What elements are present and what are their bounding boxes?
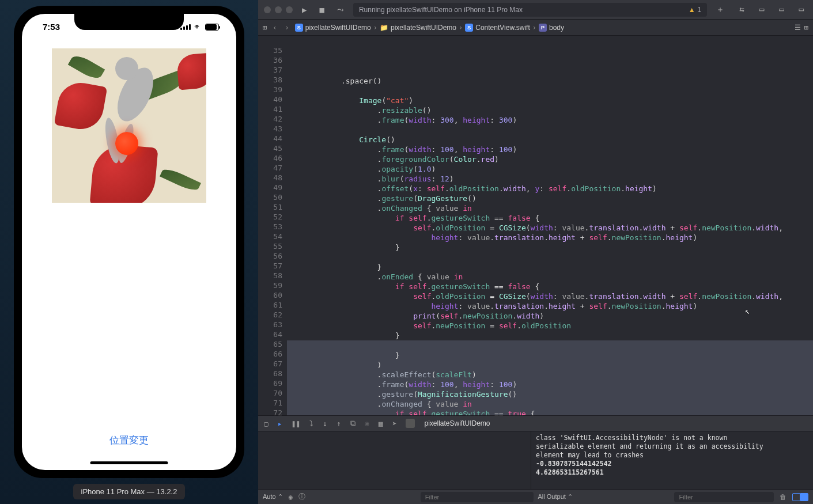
wifi-icon: ᯤ [194, 22, 202, 31]
code-line[interactable]: ) [287, 360, 813, 370]
related-items-icon[interactable]: ⊞ [263, 24, 267, 32]
code-line[interactable]: .scaleEffect(scaleFlt) [287, 370, 813, 380]
code-line[interactable]: .offset(x: self.oldPosition.width, y: se… [287, 184, 813, 194]
app-icon [406, 419, 415, 428]
red-circle[interactable] [115, 132, 138, 155]
swift-file-icon: S [295, 24, 303, 32]
code-line[interactable]: .foregroundColor(Color.red) [287, 154, 813, 164]
code-line[interactable] [287, 66, 813, 76]
code-area[interactable]: ↖ .spacer() Image("cat") .resizable() .f… [287, 36, 813, 415]
code-line[interactable]: .onChanged { value in [287, 399, 813, 409]
swift-file-icon: S [465, 24, 473, 32]
code-line[interactable]: Image("cat") [287, 96, 813, 105]
code-line[interactable]: .onEnded { value in [287, 272, 813, 282]
jumpbar-item[interactable]: SpixellateSwiftUIDemo [295, 24, 371, 32]
debug-view-button[interactable]: ⧉ [350, 419, 356, 428]
xcode-toolbar: ▶ ■ ⤳ Running pixellateSwiftUIDemo on iP… [258, 0, 813, 20]
code-line[interactable] [287, 125, 813, 135]
code-line[interactable] [287, 252, 813, 262]
code-line[interactable] [287, 340, 813, 350]
code-line[interactable]: .onChanged { value in [287, 203, 813, 213]
code-line[interactable]: } [287, 331, 813, 340]
debug-memory-button[interactable]: ⚛ [365, 419, 369, 428]
iphone-notch [74, 14, 184, 30]
right-panel-toggle[interactable]: ▭ [796, 5, 807, 15]
cat-image[interactable] [52, 48, 206, 203]
code-line[interactable]: Circle() [287, 135, 813, 145]
editor-options-button[interactable]: ⇆ [736, 5, 747, 15]
simulator-screen[interactable]: 7:53 ᯤ 位置変更 [22, 14, 236, 470]
console-line: class 'SwiftUI.AccessibilityNode' is not… [536, 434, 808, 442]
back-button[interactable]: ‹ [270, 24, 279, 32]
home-indicator[interactable] [90, 461, 168, 464]
debug-target[interactable]: pixellateSwiftUIDemo [424, 419, 490, 427]
auto-label[interactable]: Auto ⌃ [263, 493, 283, 501]
hide-debug-icon[interactable]: ▢ [264, 419, 269, 428]
vars-filter-input[interactable] [421, 492, 534, 502]
jumpbar-item[interactable]: Pbody [539, 24, 564, 32]
code-line[interactable]: .frame(width: 300, height: 300) [287, 115, 813, 125]
step-in-button[interactable]: ↓ [323, 419, 327, 428]
jumpbar-item[interactable]: 📁pixellateSwiftUIDemo [380, 24, 456, 32]
warning-badge[interactable]: ▲ 1 [689, 6, 702, 14]
bottom-bar: Auto ⌃ ◉ ⓘ All Output ⌃ 🗑 [258, 489, 813, 504]
code-line[interactable]: .resizable() [287, 105, 813, 115]
code-line[interactable]: height: value.translation.height + self.… [287, 233, 813, 242]
code-line[interactable]: .opacity(1.0) [287, 164, 813, 174]
view-icon[interactable]: ◉ [289, 493, 293, 501]
step-out-button[interactable]: ↑ [336, 419, 341, 428]
code-line[interactable]: .blur(radius: 12) [287, 174, 813, 184]
status-time: 7:53 [43, 22, 60, 32]
code-line[interactable]: } [287, 262, 813, 272]
code-line[interactable]: .gesture(MagnificationGesture() [287, 389, 813, 399]
code-line[interactable]: .frame(width: 100, height: 100) [287, 145, 813, 154]
code-line[interactable]: self.oldPosition = CGSize(width: value.t… [287, 291, 813, 301]
step-over-button[interactable]: ⤵ [309, 419, 313, 428]
code-line[interactable]: print(self.newPosition.width) [287, 311, 813, 321]
code-line[interactable]: if self.gestureSwitch == false { [287, 282, 813, 291]
output-selector[interactable]: All Output ⌃ [538, 493, 573, 501]
trash-icon[interactable]: 🗑 [780, 493, 786, 501]
battery-icon [205, 24, 219, 31]
code-editor[interactable]: 3536373839404142434445464748495051525354… [258, 36, 813, 415]
items-list-icon[interactable]: ☰ [795, 24, 801, 32]
scheme-selector[interactable]: ⤳ [334, 5, 347, 14]
console-panel[interactable]: class 'SwiftUI.AccessibilityNode' is not… [531, 431, 813, 489]
debug-env-button[interactable]: ▦ [379, 419, 383, 428]
left-panel-toggle[interactable]: ▭ [756, 5, 767, 15]
debug-panels: class 'SwiftUI.AccessibilityNode' is not… [258, 431, 813, 489]
code-line[interactable]: } [287, 350, 813, 360]
bottom-panel-toggle[interactable]: ▭ [776, 5, 787, 15]
code-line[interactable]: height: value.translation.height + self.… [287, 301, 813, 311]
jumpbar-item[interactable]: SContentView.swift [465, 24, 530, 32]
warning-icon: ▲ [689, 6, 695, 14]
library-button[interactable]: ＋ [713, 5, 728, 15]
info-icon[interactable]: ⓘ [298, 492, 305, 502]
code-line[interactable]: .gesture(DragGesture() [287, 194, 813, 203]
debug-location-button[interactable]: ➤ [392, 419, 397, 428]
window-traffic-lights[interactable] [264, 6, 293, 13]
forward-button[interactable]: › [282, 24, 291, 32]
position-change-button[interactable]: 位置変更 [109, 434, 149, 447]
jumpbar-item-label: ContentView.swift [475, 24, 530, 32]
jumpbar-item-label: pixellateSwiftUIDemo [305, 24, 371, 32]
run-button[interactable]: ▶ [298, 5, 310, 14]
code-line[interactable]: .frame(width: 100, height: 100) [287, 380, 813, 389]
code-line[interactable]: self.newPosition = self.oldPosition [287, 321, 813, 331]
pause-button[interactable]: ❚❚ [292, 419, 301, 428]
code-line[interactable]: if self.gestureSwitch == false { [287, 213, 813, 223]
code-line[interactable]: .spacer() [287, 76, 813, 86]
stop-button[interactable]: ■ [316, 5, 327, 14]
variables-panel[interactable] [258, 431, 531, 489]
add-editor-icon[interactable]: ⊞ [804, 24, 808, 32]
code-line[interactable] [287, 86, 813, 96]
panel-toggle[interactable] [792, 493, 808, 501]
activity-text: Running pixellateSwiftUIDemo on iPhone 1… [359, 6, 523, 14]
activity-viewer[interactable]: Running pixellateSwiftUIDemo on iPhone 1… [353, 3, 707, 17]
console-filter-input[interactable] [674, 492, 774, 502]
code-line[interactable]: if self.gestureSwitch == true { [287, 409, 813, 415]
folder-icon: 📁 [380, 24, 388, 32]
code-line[interactable]: self.oldPosition = CGSize(width: value.t… [287, 223, 813, 233]
breakpoints-toggle[interactable]: ▸ [278, 419, 282, 428]
code-line[interactable]: } [287, 242, 813, 252]
